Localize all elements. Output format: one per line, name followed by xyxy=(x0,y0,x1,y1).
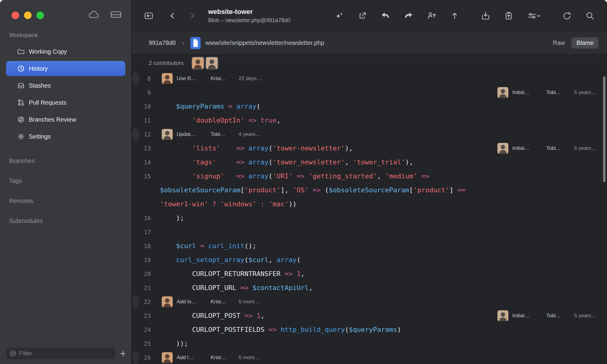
publish-icon[interactable] xyxy=(427,11,436,20)
line-number: 26 xyxy=(132,351,151,364)
blame-annotation[interactable]: Updat…Tobi…4 years… xyxy=(160,127,271,141)
blame-annotation[interactable]: Initial…Tobi…5 years… xyxy=(496,86,607,99)
add-repository-button[interactable]: + xyxy=(120,348,126,359)
settings-icon xyxy=(17,133,25,140)
code-row-16[interactable]: 16 ); xyxy=(132,211,607,225)
refresh-icon[interactable] xyxy=(562,11,571,20)
commit-date: 22 days… xyxy=(239,76,271,82)
blame-annotation[interactable]: Add lo…Krist…5 mont… xyxy=(160,295,271,309)
code-line: CURLOPT_RETURNTRANSFER => 1, xyxy=(151,267,496,281)
code-row-wrap[interactable]: $obsoleteSourceParam['product'], 'OS' =>… xyxy=(132,183,607,197)
enter-blob-icon[interactable] xyxy=(144,11,154,20)
filter-icon xyxy=(9,350,16,357)
code-line: CURLOPT_POST => 1, xyxy=(151,309,496,323)
blame-toggle-button[interactable]: Blame xyxy=(571,37,599,49)
commit-message: Add l… xyxy=(177,355,211,361)
vertical-scrollbar[interactable] xyxy=(603,76,605,182)
cherry-pick-icon[interactable] xyxy=(335,11,344,20)
local-repositories-icon[interactable] xyxy=(110,10,122,19)
filter-field[interactable] xyxy=(6,348,115,359)
zoom-window-button[interactable] xyxy=(36,12,44,19)
sidebar-item-branches-review[interactable]: Branches Review xyxy=(6,112,125,127)
stashes-icon xyxy=(17,82,25,89)
sidebar-item-settings[interactable]: Settings xyxy=(6,129,125,144)
raw-toggle-button[interactable]: Raw xyxy=(550,37,567,49)
code-row-23[interactable]: 23 CURLOPT_POST => 1,Initial…Tobi…5 year… xyxy=(132,309,607,323)
sidebar-item-pull-requests[interactable]: Pull Requests xyxy=(6,95,125,110)
code-row-15[interactable]: 15 'signup' => array('URI' => 'getting_s… xyxy=(132,169,607,183)
code-row-wrap[interactable]: 'tower1-win' ? 'windows' : 'mac')) xyxy=(132,197,607,211)
line-number: 17 xyxy=(132,225,151,239)
stash-icon[interactable] xyxy=(481,11,490,20)
code-row-10[interactable]: 10 $queryParams = array( xyxy=(132,99,607,113)
sidebar-section-branches[interactable]: Branches xyxy=(9,156,131,165)
sidebar-section-remotes[interactable]: Remotes xyxy=(9,196,131,205)
sidebar-groups: BranchesTagsRemotesSubmodules xyxy=(0,156,131,225)
search-icon[interactable] xyxy=(585,11,595,20)
contributor-avatar[interactable] xyxy=(192,57,204,69)
code-row-26[interactable]: 26 $response = logIfSlow(Add l…Krist…5 m… xyxy=(132,351,139,364)
merge-icon[interactable] xyxy=(404,11,413,20)
commit-date: 5 mont… xyxy=(239,299,271,305)
close-window-button[interactable] xyxy=(12,12,19,19)
commit-message: Initial… xyxy=(512,89,546,96)
sidebar-item-history[interactable]: History xyxy=(6,61,125,76)
back-icon[interactable] xyxy=(168,11,176,20)
code-row-17[interactable]: 17 xyxy=(132,225,607,239)
pull-icon[interactable] xyxy=(381,11,390,20)
sidebar-section-tags[interactable]: Tags xyxy=(9,176,131,185)
code-row-22[interactable]: 22 CURLOPT_TIMEOUT => option('curl.timeo… xyxy=(132,295,139,309)
cloud-services-icon[interactable] xyxy=(88,10,100,19)
blame-annotation xyxy=(496,225,607,239)
sidebar-item-label: Pull Requests xyxy=(29,99,66,106)
commit-author: Tobi… xyxy=(211,131,239,137)
sidebar-items: Working CopyHistoryStashesPull RequestsB… xyxy=(0,44,131,146)
commit-message: Use R… xyxy=(177,76,211,82)
code-row-13[interactable]: 13 'lists' => array('tower-newsletter'),… xyxy=(132,141,607,155)
commit-date: 4 years… xyxy=(239,131,271,137)
blame-annotation xyxy=(496,281,607,295)
contributor-avatar[interactable] xyxy=(205,57,218,69)
code-row-8[interactable]: 8 $contactApiUrl = $kirby->option('urls.… xyxy=(132,72,139,86)
export-icon[interactable] xyxy=(358,11,367,20)
minimize-window-button[interactable] xyxy=(24,12,32,19)
line-number xyxy=(132,197,151,211)
blame-annotation xyxy=(496,253,607,267)
line-number: 11 xyxy=(132,113,151,127)
code-row-11[interactable]: 11 'doubleOptIn' => true, xyxy=(132,113,607,127)
blame-avatar xyxy=(162,73,173,84)
apply-stash-icon[interactable] xyxy=(504,11,513,20)
blame-annotation[interactable]: Add l…Krist…5 mont… xyxy=(160,351,271,364)
blame-annotation[interactable]: Initial…Tobi…5 years… xyxy=(496,309,607,323)
blame-annotation[interactable]: Use R…Krist…22 days… xyxy=(160,72,271,86)
code-row-24[interactable]: 24 CURLOPT_POSTFIELDS => http_build_quer… xyxy=(132,323,607,337)
code-row-14[interactable]: 14 'tags' => array('tower_newsletter', '… xyxy=(132,155,607,169)
filter-input[interactable] xyxy=(19,350,112,357)
commit-date: 5 years… xyxy=(574,145,607,151)
contributors-label: 2 contributors xyxy=(149,60,184,66)
code-row-9[interactable]: 9Initial…Tobi…5 years… xyxy=(132,86,607,99)
sidebar-item-stashes[interactable]: Stashes xyxy=(6,78,125,93)
sidebar-item-label: Working Copy xyxy=(29,48,67,55)
line-number xyxy=(132,183,151,197)
code-row-21[interactable]: 21 CURLOPT_URL => $contactApiUrl, xyxy=(132,281,607,295)
commit-message: Initial… xyxy=(512,313,546,319)
code-row-18[interactable]: 18 $curl = curl_init(); xyxy=(132,239,607,253)
code-line: 'signup' => array('URI' => 'getting_star… xyxy=(151,169,496,183)
blame-annotation[interactable]: Initial…Tobi…5 years… xyxy=(496,141,607,155)
code-row-20[interactable]: 20 CURLOPT_RETURNTRANSFER => 1, xyxy=(132,267,607,281)
breadcrumb-commit[interactable]: 991a78d0 xyxy=(149,39,176,46)
view-options-icon[interactable] xyxy=(527,11,541,20)
code-row-19[interactable]: 19 curl_setopt_array($curl, array( xyxy=(132,253,607,267)
sidebar-item-working-copy[interactable]: Working Copy xyxy=(6,44,125,59)
code-row-12[interactable]: 12 'email' => $kirby->request()->get('em… xyxy=(132,127,139,141)
blame-annotation xyxy=(496,239,607,253)
push-icon[interactable] xyxy=(450,11,459,20)
sidebar-section-submodules[interactable]: Submodules xyxy=(9,216,131,225)
code-row-25[interactable]: 25 )); xyxy=(132,337,607,351)
line-number: 14 xyxy=(132,155,151,169)
commit-author: Krist… xyxy=(211,76,239,82)
sidebar-bottom-bar: + xyxy=(0,348,131,364)
blame-annotation xyxy=(496,183,607,197)
code-line: $response = logIfSlow( xyxy=(151,351,160,364)
